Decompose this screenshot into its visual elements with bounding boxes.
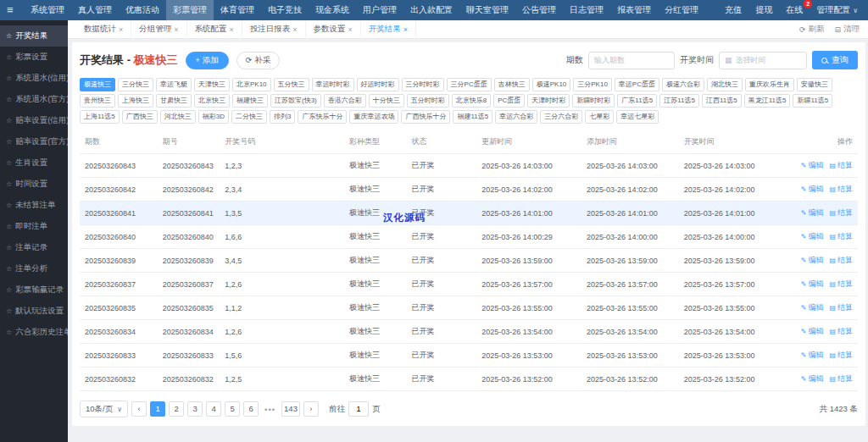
tab[interactable]: 系统配置× [187, 20, 242, 39]
table-row[interactable]: 2025032608392025032608393,4,5极速快三已开奖2025… [80, 249, 858, 273]
sidebar-item[interactable]: ☆生肖设置 [0, 152, 68, 174]
lottery-chip[interactable]: 上海快三 [118, 94, 153, 108]
lottery-chip[interactable]: 五分时时彩 [407, 94, 449, 108]
lottery-chip[interactable]: 好运时时彩 [357, 78, 399, 91]
lottery-chip[interactable]: 三分六合彩 [540, 110, 582, 124]
top-menu-item[interactable]: 日志管理 [563, 0, 610, 20]
settle-button[interactable]: ▤结算 [829, 350, 853, 361]
lottery-chip[interactable]: 七星彩 [585, 110, 614, 124]
lottery-chip[interactable]: 新疆时时彩 [572, 94, 615, 108]
next-page-button[interactable]: › [303, 401, 319, 417]
sidebar-item[interactable]: ☆默认玩法设置 [0, 301, 68, 322]
lottery-chip[interactable]: 江苏11选5 [659, 94, 699, 108]
table-row[interactable]: 2025032608342025032608341,2,6极速快三已开奖2025… [80, 320, 858, 344]
lottery-chip[interactable]: 重庆欢乐生肖 [745, 78, 794, 91]
top-menu-item[interactable]: 真人管理 [71, 0, 119, 20]
lottery-chip[interactable]: 贵州快三 [80, 94, 115, 108]
close-icon[interactable]: × [292, 25, 297, 34]
search-button[interactable]: 查询 [812, 51, 858, 69]
sidebar-item[interactable]: ☆即时注单 [0, 216, 68, 237]
settle-button[interactable]: ▤结算 [829, 279, 853, 290]
lottery-chip[interactable]: 幸运六合彩 [495, 110, 537, 124]
top-menu-item[interactable]: 彩票管理 [166, 0, 214, 20]
issue-input[interactable] [588, 52, 675, 69]
lottery-chip[interactable]: 广西快三 [122, 110, 158, 124]
lottery-chip[interactable]: 三分快三 [118, 78, 153, 91]
tab[interactable]: 开奖结果× [361, 20, 416, 39]
top-menu-item[interactable]: 聊天室管理 [459, 0, 515, 20]
lottery-chip[interactable]: 幸运PC蛋蛋 [615, 78, 659, 91]
table-row[interactable]: 2025032608412025032608411,3,5极速快三已开奖2025… [80, 202, 858, 225]
withdraw-link[interactable]: 提现 [755, 4, 772, 16]
table-row[interactable]: 2025032608402025032608401,6,6极速快三已开奖2025… [80, 225, 858, 249]
lottery-chip[interactable]: 安徽快三 [797, 78, 832, 91]
page-button[interactable]: 1 [150, 401, 165, 417]
sidebar-item[interactable]: ☆开奖结果 [0, 25, 68, 47]
menu-toggle-icon[interactable]: ≡ [7, 0, 24, 20]
page-button[interactable]: 4 [206, 401, 221, 417]
settle-button[interactable]: ▤结算 [829, 373, 853, 384]
edit-button[interactable]: ✎编辑 [801, 255, 824, 266]
lottery-chip[interactable]: 广东11选5 [617, 94, 657, 108]
sidebar-item[interactable]: ☆系统退水(信用) [0, 68, 68, 89]
lottery-chip[interactable]: 北京快乐8 [452, 94, 491, 108]
lottery-chip[interactable]: 甘肃快三 [156, 94, 192, 108]
top-menu-item[interactable]: 公告管理 [515, 0, 563, 20]
page-button[interactable]: 2 [169, 401, 184, 417]
lottery-chip[interactable]: 河北快三 [160, 110, 196, 124]
lottery-chip[interactable]: 香港六合彩 [324, 94, 366, 108]
lottery-chip[interactable]: PC蛋蛋 [493, 94, 525, 108]
lottery-chip[interactable]: 重庆幸运农场 [349, 110, 398, 124]
admin-settings-dropdown[interactable]: 管理配置 ∨ [816, 4, 858, 16]
tab[interactable]: 分组管理× [131, 20, 186, 39]
lottery-chip[interactable]: 三分PK10 [573, 78, 612, 91]
lottery-chip[interactable]: 极速六合彩 [662, 78, 704, 91]
sidebar-item[interactable]: ☆时间设置 [0, 174, 68, 195]
lottery-chip[interactable]: 三分时时彩 [402, 78, 444, 91]
sidebar-item[interactable]: ☆六合彩历史注单 [0, 322, 68, 343]
close-icon[interactable]: × [119, 25, 123, 34]
lottery-chip[interactable]: 广东快乐十分 [298, 110, 347, 124]
table-row[interactable]: 2025032608332025032608331,5,6极速快三已开奖2025… [80, 344, 858, 367]
top-menu-item[interactable]: 出入款配置 [403, 0, 459, 20]
page-button[interactable]: 6 [243, 401, 259, 417]
lottery-chip[interactable]: 幸运七星彩 [616, 110, 659, 124]
page-button[interactable]: 3 [187, 401, 203, 417]
top-menu-item[interactable]: 体育管理 [214, 0, 261, 20]
top-menu-item[interactable]: 电子竞技 [261, 0, 309, 20]
lottery-chip[interactable]: 广西快乐十分 [401, 110, 450, 124]
lottery-chip[interactable]: 天津时时彩 [527, 94, 570, 108]
edit-button[interactable]: ✎编辑 [801, 184, 824, 195]
edit-button[interactable]: ✎编辑 [801, 302, 824, 313]
top-menu-item[interactable]: 现金系统 [309, 0, 356, 20]
lottery-chip[interactable]: 黑龙江11选5 [744, 94, 791, 108]
refresh-button[interactable]: ⟳ 刷新 [799, 24, 825, 35]
table-row[interactable]: 2025032608322025032608321,2,5极速快三已开奖2025… [80, 367, 858, 391]
lottery-chip[interactable]: 极速快三 [80, 78, 115, 91]
sidebar-item[interactable]: ☆赔率设置(官方) [0, 131, 68, 152]
tab[interactable]: 参数设置× [306, 20, 361, 39]
lottery-chip[interactable]: 上海11选5 [80, 110, 120, 124]
clean-button[interactable]: ⊟ 清理 [834, 24, 860, 35]
resample-button[interactable]: ⟳ 补采 [236, 52, 281, 69]
page-button[interactable]: 5 [225, 401, 240, 417]
lottery-chip[interactable]: 北京快三 [194, 94, 230, 108]
edit-button[interactable]: ✎编辑 [801, 207, 824, 218]
lottery-chip[interactable]: 极速PK10 [532, 78, 571, 91]
lottery-chip[interactable]: 江西11选5 [702, 94, 742, 108]
lottery-chip[interactable]: 幸运时时彩 [312, 78, 354, 91]
draw-time-picker[interactable]: ▦ [719, 52, 807, 69]
sidebar-item[interactable]: ☆系统退水(官方) [0, 89, 68, 110]
edit-button[interactable]: ✎编辑 [801, 231, 824, 242]
close-icon[interactable]: × [348, 25, 353, 34]
settle-button[interactable]: ▤结算 [829, 302, 853, 313]
settle-button[interactable]: ▤结算 [829, 326, 853, 337]
sidebar-item[interactable]: ☆未结算注单 [0, 195, 68, 216]
lottery-chip[interactable]: 吉林快三 [494, 78, 530, 91]
top-menu-item[interactable]: 报表管理 [610, 0, 658, 20]
table-row[interactable]: 2025032608352025032608351,1,2极速快三已开奖2025… [80, 296, 858, 320]
lottery-chip[interactable]: 新疆11选5 [793, 94, 832, 108]
lottery-chip[interactable]: 三分PC蛋蛋 [447, 78, 492, 91]
recharge-link[interactable]: 充值 [725, 4, 742, 16]
lottery-chip[interactable]: 福彩3D [198, 110, 229, 124]
